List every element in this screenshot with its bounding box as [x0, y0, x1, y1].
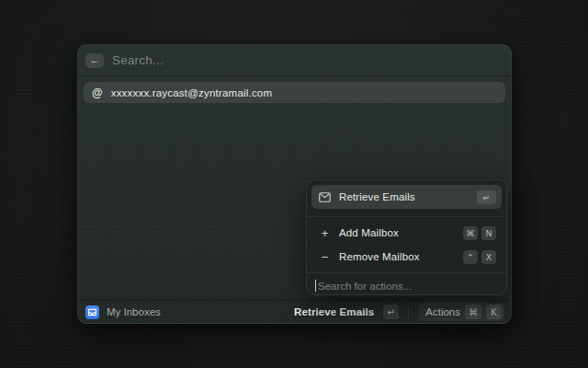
back-button[interactable]: ← [85, 53, 104, 68]
actions-menu-button[interactable]: Actions ⌘ K [418, 303, 504, 321]
cmd-key-badge: ⌘ [463, 226, 478, 240]
ctrl-key-badge: ⌃ [463, 250, 478, 264]
primary-action-button[interactable]: Retrieve Emails [294, 306, 374, 317]
footer-bar: My Inboxes Retrieve Emails ↵ Actions ⌘ K [78, 300, 511, 323]
x-key-badge: X [481, 250, 496, 264]
actions-search-input[interactable] [318, 281, 498, 292]
n-key-badge: N [481, 226, 496, 240]
plus-icon: + [319, 226, 331, 240]
divider [307, 272, 506, 273]
text-cursor [315, 280, 316, 292]
action-label: Retrieve Emails [339, 191, 469, 202]
actions-popup: Retrieve Emails ↵ + Add Mailbox ⌘ N − Re… [306, 179, 507, 295]
action-label: Add Mailbox [339, 227, 455, 238]
k-key-badge: K [486, 305, 502, 319]
launcher-window: ← Search... @ xxxxxxx.raycast@zyntramail… [77, 44, 512, 324]
actions-search-row [311, 277, 502, 294]
divider [307, 216, 506, 217]
action-item-add-mailbox[interactable]: + Add Mailbox ⌘ N [311, 222, 502, 244]
list-item-email[interactable]: @ xxxxxxx.raycast@zyntramail.com [84, 82, 505, 103]
cmd-key-badge: ⌘ [465, 305, 481, 319]
my-inboxes-app-icon [85, 305, 99, 319]
actions-button-label: Actions [425, 306, 460, 317]
action-item-retrieve-emails[interactable]: Retrieve Emails ↵ [311, 185, 502, 209]
search-header: ← Search... [78, 45, 511, 76]
return-key-badge: ↵ [477, 190, 496, 204]
action-item-remove-mailbox[interactable]: − Remove Mailbox ⌃ X [311, 246, 502, 268]
email-address-label: xxxxxxx.raycast@zyntramail.com [111, 87, 273, 98]
arrow-left-icon: ← [90, 55, 100, 65]
extension-name-label: My Inboxes [107, 306, 161, 317]
at-sign-icon: @ [92, 86, 103, 99]
divider [408, 306, 409, 318]
search-input[interactable]: Search... [112, 53, 164, 67]
action-label: Remove Mailbox [339, 251, 455, 262]
return-key-badge: ↵ [383, 305, 399, 319]
minus-icon: − [319, 250, 331, 264]
envelope-icon [319, 192, 331, 202]
